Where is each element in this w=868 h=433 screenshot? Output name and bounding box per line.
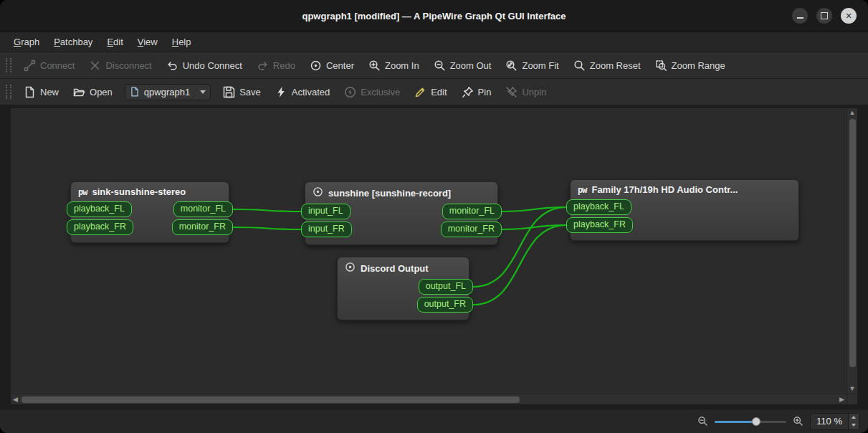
graph-node-sunshine[interactable]: sunshine [sunshine-record]input_FLmonito… xyxy=(305,181,498,245)
titlebar[interactable]: qpwgraph1 [modified] — A PipeWire Graph … xyxy=(0,0,868,32)
scroll-left-button[interactable]: ◀ xyxy=(11,395,20,404)
edit-button[interactable]: Edit xyxy=(408,82,453,102)
graph-node-sink[interactable]: pwsink-sunshine-stereoplayback_FLmonitor… xyxy=(70,181,229,243)
vertical-scroll-track[interactable] xyxy=(847,118,857,384)
file-icon xyxy=(130,87,140,97)
pipewire-icon: pw xyxy=(78,186,87,197)
unpin-icon xyxy=(505,86,518,98)
statusbar: 110 % xyxy=(0,409,868,433)
menu-help[interactable]: Help xyxy=(166,34,198,49)
zoom-out-mini-icon[interactable] xyxy=(697,416,708,427)
port-output_FR[interactable]: output_FR xyxy=(417,297,473,313)
connection-wire[interactable] xyxy=(502,207,566,211)
redo-button[interactable]: Redo xyxy=(250,56,302,75)
port-playback_FR[interactable]: playback_FR xyxy=(67,219,133,235)
port-monitor_FR[interactable]: monitor_FR xyxy=(172,219,233,235)
session-combobox-value: qpwgraph1 xyxy=(144,87,190,97)
zoom-range-button[interactable]: Zoom Range xyxy=(649,56,732,75)
zoom-out-button[interactable]: Zoom Out xyxy=(427,56,498,75)
toolbar-main: Connect Disconnect Undo Connect Redo Cen… xyxy=(0,52,868,79)
close-button[interactable] xyxy=(841,8,857,24)
horizontal-scrollbar[interactable]: ◀ ▶ xyxy=(11,394,846,404)
open-folder-icon xyxy=(73,86,85,98)
open-button[interactable]: Open xyxy=(67,82,119,102)
exclusive-bolt-icon xyxy=(344,86,356,98)
session-combobox[interactable]: qpwgraph1 xyxy=(125,84,211,100)
new-button[interactable]: New xyxy=(17,82,65,102)
zoom-reset-button[interactable]: Zoom Reset xyxy=(567,56,647,75)
horizontal-scroll-thumb[interactable] xyxy=(22,396,520,403)
menu-edit[interactable]: Edit xyxy=(100,34,129,49)
zoom-slider[interactable] xyxy=(715,416,786,427)
spin-buttons xyxy=(848,414,859,429)
graph-node-family[interactable]: pwFamily 17h/19h HD Audio Contr...playba… xyxy=(570,179,799,241)
zoom-fit-icon xyxy=(505,60,518,72)
menu-patchbay[interactable]: Patchbay xyxy=(47,34,99,49)
stream-icon xyxy=(345,262,356,275)
graph-canvas[interactable]: pwsink-sunshine-stereoplayback_FLmonitor… xyxy=(11,108,846,394)
toolbar-handle[interactable] xyxy=(6,58,11,72)
disconnect-icon xyxy=(89,60,101,72)
scroll-right-button[interactable]: ▶ xyxy=(837,395,846,404)
horizontal-scroll-track[interactable] xyxy=(20,394,837,404)
node-title: sunshine [sunshine-record] xyxy=(328,188,451,199)
port-output_FL[interactable]: output_FL xyxy=(419,279,473,295)
node-title: sink-sunshine-stereo xyxy=(92,186,186,197)
zoom-in-button[interactable]: Zoom In xyxy=(362,56,426,75)
port-input_FR[interactable]: input_FR xyxy=(301,222,352,237)
port-input_FL[interactable]: input_FL xyxy=(301,204,350,219)
save-button[interactable]: Save xyxy=(216,82,267,102)
connection-wire[interactable] xyxy=(233,227,301,229)
zoom-reset-icon xyxy=(573,60,586,72)
zoom-spin-down-button[interactable] xyxy=(849,422,859,429)
window-title: qpwgraph1 [modified] — A PipeWire Graph … xyxy=(302,11,566,22)
redo-icon xyxy=(257,60,269,72)
vertical-scrollbar[interactable]: ▲ ▼ xyxy=(846,108,857,394)
graph-view: pwsink-sunshine-stereoplayback_FLmonitor… xyxy=(10,108,858,405)
window-controls xyxy=(792,0,857,32)
zoom-spinbox[interactable]: 110 % xyxy=(810,413,859,430)
exclusive-button[interactable]: Exclusive xyxy=(338,82,406,102)
pipewire-icon: pw xyxy=(578,184,586,195)
zoom-fit-button[interactable]: Zoom Fit xyxy=(499,56,565,75)
port-monitor_FL[interactable]: monitor_FL xyxy=(442,204,502,219)
activated-bolt-icon xyxy=(275,86,287,98)
port-monitor_FL[interactable]: monitor_FL xyxy=(173,201,233,217)
menu-graph[interactable]: Graph xyxy=(7,34,46,49)
disconnect-button[interactable]: Disconnect xyxy=(82,56,158,75)
node-title: Discord Output xyxy=(361,263,429,274)
undo-connect-button[interactable]: Undo Connect xyxy=(160,56,249,75)
menu-view[interactable]: View xyxy=(131,34,164,49)
vertical-scroll-thumb[interactable] xyxy=(849,119,856,367)
graph-node-discord[interactable]: Discord Outputoutput_FLoutput_FR xyxy=(337,257,469,320)
zoom-slider-handle[interactable] xyxy=(752,417,760,426)
zoom-spin-up-button[interactable] xyxy=(849,414,859,422)
toolbar-handle[interactable] xyxy=(6,85,11,99)
app-window: qpwgraph1 [modified] — A PipeWire Graph … xyxy=(0,0,868,433)
save-icon xyxy=(223,86,235,98)
stream-icon xyxy=(313,186,323,199)
connect-button[interactable]: Connect xyxy=(17,56,81,75)
minimize-button[interactable] xyxy=(792,8,808,24)
connection-wire[interactable] xyxy=(502,225,566,229)
zoom-in-mini-icon[interactable] xyxy=(793,416,803,427)
undo-icon xyxy=(166,60,178,72)
connect-icon xyxy=(24,60,36,72)
activated-button[interactable]: Activated xyxy=(269,82,336,102)
toolbar-file: New Open qpwgraph1 Save Activated Exclus… xyxy=(0,79,868,105)
center-button[interactable]: Center xyxy=(303,56,361,75)
port-playback_FR[interactable]: playback_FR xyxy=(566,217,633,233)
zoom-out-icon xyxy=(434,60,446,72)
port-monitor_FR[interactable]: monitor_FR xyxy=(441,222,502,237)
maximize-button[interactable] xyxy=(816,8,832,24)
zoom-slider-track[interactable] xyxy=(715,421,786,423)
port-playback_FL[interactable]: playback_FL xyxy=(566,199,631,215)
unpin-button[interactable]: Unpin xyxy=(499,82,553,102)
port-playback_FL[interactable]: playback_FL xyxy=(67,201,132,217)
zoom-value[interactable]: 110 % xyxy=(811,414,848,429)
connection-wire[interactable] xyxy=(233,209,301,211)
zoom-in-icon xyxy=(368,60,381,72)
scroll-up-button[interactable]: ▲ xyxy=(848,108,857,118)
pin-button[interactable]: Pin xyxy=(455,82,498,102)
scroll-down-button[interactable]: ▼ xyxy=(848,384,857,394)
